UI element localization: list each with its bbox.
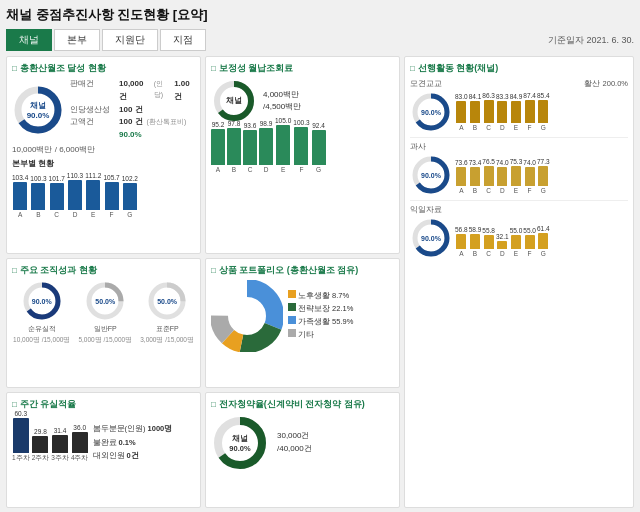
bonbu-bar-chart: 103.4A 100.3B 101.7C 110.3D 111.2E 105.7…: [12, 173, 195, 218]
bojeong-bar-chart: 95.2A 97.8B 93.6C 98.9D 105.0E 100.3F 92…: [211, 128, 394, 173]
seonhaeng-ikil: 익일자료 90.0% 56.8A 58.9B 55.8C 32.1D: [410, 204, 628, 259]
total-sales-donut-label: 채널90.0%: [27, 100, 50, 120]
total-sales-donut: 채널90.0%: [12, 84, 64, 136]
elec-donut-label: 채널90.0%: [229, 433, 250, 452]
org-item-sunyusiljuk: 90.0% 순유실적 10,000명 /15,000명: [13, 280, 70, 345]
weekly-title: 주간 유실적율: [12, 398, 195, 411]
ikil-label: 익일자료: [410, 204, 628, 215]
tab-jiwondan[interactable]: 지원단: [102, 29, 158, 51]
bojeong-donut-label: 채널: [226, 96, 242, 106]
weekly-card: 주간 유실적율 60.31주차 29.82주차 31.43주차 36.04주차 …: [6, 392, 201, 508]
tab-channel[interactable]: 채널: [6, 29, 52, 51]
tab-bar: 채널 본부 지원단 지점 기준일자 2021. 6. 30.: [6, 29, 634, 51]
portfolio-card: 상품 포트폴리오 (총환산월조 점유) 노후생: [205, 258, 400, 388]
bojeong-title: 보정성 월납조회료: [211, 62, 394, 75]
mogyun-circle: 90.0%: [410, 91, 452, 133]
org-card: 주요 조직성과 현황 90.0% 순유실적 10,000명 /15,000명: [6, 258, 201, 388]
bojeong-card: 보정성 월납조회료 채널 4,000백만/4,500백만 95.2A 97.8B…: [205, 56, 400, 254]
seonhaeng-gwasa: 과사 90.0% 73.6A 73.4B 76.5C 74.0D: [410, 141, 628, 196]
mogyun-top: 활산 200.0%: [584, 79, 628, 89]
seonhaeng-mogyun: 모견교교 활산 200.0% 90.0% 83.0A 84.1B 86: [410, 78, 628, 133]
bojeong-amount: 4,000백만/4,500백만: [263, 89, 301, 113]
page: 채널 중점추진사항 진도현황 [요약] 채널 본부 지원단 지점 기준일자 20…: [0, 0, 640, 512]
mogyun-label: 모견교교: [410, 78, 442, 89]
elec-amount: 30,000건/40,000건: [277, 430, 312, 456]
bonbu-title: 본부별 현황: [12, 158, 195, 169]
org-title: 주요 조직성과 현황: [12, 264, 195, 277]
total-sales-title: 총환산월조 달성 현황: [12, 62, 195, 75]
seonhaeng-title: 선행활동 현황(채널): [410, 62, 628, 75]
bojeong-donut: 채널: [211, 78, 257, 124]
total-sales-info: 판매건10,000 건(인당)1.00건 인당생산성100 건 고액건100 건…: [70, 78, 195, 142]
org-circle-1: 50.0%: [84, 280, 126, 322]
portfolio-title: 상품 포트폴리오 (총환산월조 점유): [211, 264, 394, 277]
mogyun-circle-label: 90.0%: [421, 109, 441, 116]
org-item-pyojunfp: 50.0% 표준FP 3,000명 /15,000명: [140, 280, 194, 345]
portfolio-donut: [211, 280, 283, 352]
portfolio-legend: 노후생활 8.7% 전략보장 22.1% 가족생활 55.9% 기타: [288, 290, 353, 341]
total-sales-card: 총환산월조 달성 현황 채널90.0% 판매건10,000 건(인당)1.00건…: [6, 56, 201, 254]
elec-title: 전자청약율(신계약비 전자청약 점유): [211, 398, 394, 411]
gwasa-label: 과사: [410, 141, 628, 152]
org-item-ilfanfp: 50.0% 일반FP 5,000명 /15,000명: [78, 280, 132, 345]
elec-card: 전자청약율(신계약비 전자청약 점유) 채널90.0% 30,000건/40,0…: [205, 392, 400, 508]
elec-donut: 채널90.0%: [211, 414, 269, 472]
seonhaeng-card: 선행활동 현황(채널) 모견교교 활산 200.0% 90.0%: [404, 56, 634, 508]
total-sales-sub: 10,000백만 / 6,000백만: [12, 144, 195, 155]
tab-bonbu[interactable]: 본부: [54, 29, 100, 51]
tab-jijum[interactable]: 지점: [160, 29, 206, 51]
ikil-circle-label: 90.0%: [421, 235, 441, 242]
org-circle-2: 50.0%: [146, 280, 188, 322]
org-circles: 90.0% 순유실적 10,000명 /15,000명 50.0% 일반FP 5…: [12, 280, 195, 345]
gwasa-circle: 90.0%: [410, 154, 452, 196]
page-title: 채널 중점추진사항 진도현황 [요약]: [6, 6, 634, 24]
org-circle-0: 90.0%: [21, 280, 63, 322]
gwasa-circle-label: 90.0%: [421, 172, 441, 179]
weekly-info: 봄두분문(인원) 1000명 불완료 0.1% 대외인원 0건: [93, 422, 173, 463]
ikil-circle: 90.0%: [410, 217, 452, 259]
date-label: 기준일자 2021. 6. 30.: [548, 34, 634, 47]
weekly-bar-chart: 60.31주차 29.82주차 31.43주차 36.04주차: [12, 418, 89, 463]
